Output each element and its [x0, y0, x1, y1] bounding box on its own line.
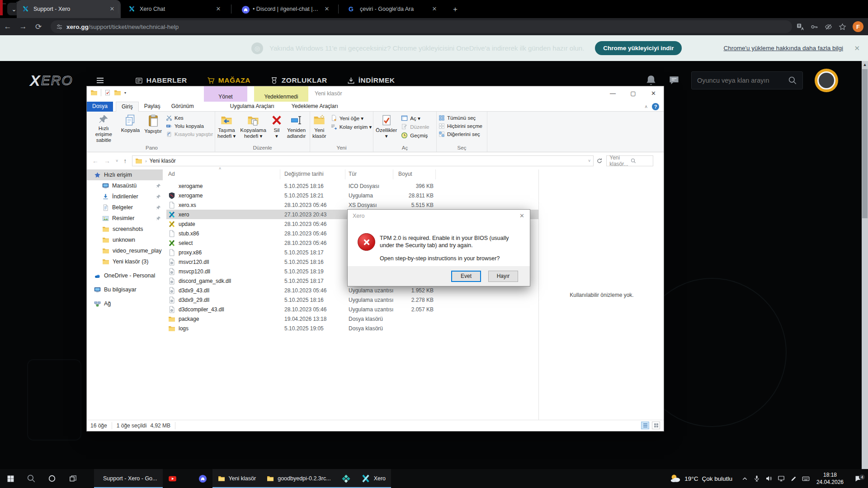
ribbon-button-kopyalama[interactable]: Kopyalamahedefi ▾ — [238, 113, 269, 140]
ribbon-button-yeni[interactable]: Yeniklasör — [310, 113, 329, 140]
notifications-bell-icon[interactable] — [645, 75, 657, 86]
ribbon-button-kopyala[interactable]: Kopyala — [119, 113, 142, 134]
explorer-titlebar[interactable]: ▾ Yönet Yedeklenmedi Yeni klasör — ▢ ✕ — [87, 86, 664, 102]
column-separator[interactable] — [345, 169, 345, 179]
collapse-ribbon-icon[interactable]: ˄ — [645, 104, 647, 109]
ribbon-tab-paylaş[interactable]: Paylaş — [139, 102, 166, 112]
ribbon-tab-dosya[interactable]: Dosya — [87, 102, 113, 112]
taskbar-app-xero-app[interactable]: Xero — [356, 469, 391, 488]
file-row[interactable]: xerogame5.10.2025 18:21Uygulama28.811 KB — [166, 191, 538, 200]
taskbar-app-firefox[interactable] — [83, 469, 94, 488]
banner-learn-more-link[interactable]: Chrome'u yükleme hakkında daha fazla bil… — [724, 45, 843, 52]
site-search-box[interactable] — [691, 71, 803, 89]
user-avatar[interactable] — [815, 69, 838, 92]
ribbon-button-tümünü-seç[interactable]: Tümünü seç — [439, 115, 482, 121]
ribbon-button-kolay-erişim-[interactable]: Kolay erişim ▾ — [330, 123, 372, 130]
recent-locations-icon[interactable]: ˅ — [116, 159, 118, 163]
ribbon-button-aç-[interactable]: Aç ▾ — [401, 115, 429, 122]
page-scrollbar[interactable]: ▲ — [862, 61, 868, 469]
ribbon-button-yolu-kopyala[interactable]: Yolu kopyala — [166, 123, 213, 129]
yes-button[interactable]: Evet — [451, 271, 481, 282]
browser-tab[interactable]: Gçeviri - Google'da Ara✕ — [343, 0, 443, 18]
taskbar-weather[interactable]: 19°C Çok bulutlu — [664, 473, 739, 484]
nav-back-icon[interactable]: ← — [92, 157, 99, 164]
taskbar-clock[interactable]: 18:18 24.04.2026 — [812, 471, 848, 486]
file-row[interactable]: d3dx9_43.dll28.10.2023 05:46Uygulama uza… — [166, 286, 538, 295]
explorer-search-box[interactable]: Yeni klasör... — [606, 155, 653, 166]
ribbon-button-yeniden[interactable]: Yenidenadlandır — [285, 113, 308, 140]
file-row[interactable]: xero.xs28.10.2023 05:46XS Dosyası5.515 K… — [166, 200, 538, 210]
site-logo[interactable]: XERO — [30, 72, 73, 89]
breadcrumb-folder[interactable]: Yeni klasör — [150, 158, 176, 164]
tab-close-icon[interactable]: ✕ — [323, 5, 331, 13]
site-nav-zorluklar[interactable]: ZORLUKLAR — [270, 76, 327, 84]
column-header-değiştirme-tarihi[interactable]: Değiştirme tarihi — [284, 171, 324, 177]
nav-up-icon[interactable]: ↑ — [123, 157, 127, 164]
help-icon[interactable]: ? — [652, 103, 659, 110]
back-icon[interactable]: ← — [0, 22, 15, 31]
browser-tab[interactable]: Xero Chat✕ — [123, 0, 227, 18]
minimize-icon[interactable]: — — [603, 86, 623, 100]
taskbar-search-button[interactable] — [21, 469, 42, 488]
scroll-up-icon[interactable]: ▲ — [862, 61, 868, 67]
ribbon-button-özellikler[interactable]: Özellikler▾ — [373, 113, 399, 140]
taskbar-app-youtube[interactable] — [163, 469, 182, 488]
reload-icon[interactable]: ⟳ — [31, 22, 46, 32]
banner-close-icon[interactable]: ✕ — [854, 44, 860, 52]
taskbar-app-edge[interactable] — [182, 469, 193, 488]
address-dropdown-icon[interactable]: ˅ — [588, 159, 590, 163]
column-separator[interactable] — [435, 169, 436, 179]
bookmark-star-icon[interactable] — [839, 23, 846, 31]
column-header-boyut[interactable]: Boyut — [398, 171, 412, 177]
start-button[interactable] — [0, 469, 21, 488]
taskbar-app-game-app[interactable] — [336, 469, 356, 488]
ribbon-button-taşıma[interactable]: Taşımahedefi ▾ — [215, 113, 238, 140]
ribbon-tab-uygulama-araçları[interactable]: Uygulama Araçları — [225, 102, 280, 112]
ribbon-tab-görünüm[interactable]: Görünüm — [166, 102, 199, 112]
ribbon-tab-giriş[interactable]: Giriş — [116, 102, 139, 112]
sidebar-item-resimler[interactable]: Resimler — [87, 213, 163, 224]
file-row[interactable]: logs5.10.2025 19:05Dosya klasörü — [166, 324, 538, 333]
ribbon-button-kes[interactable]: Kes — [166, 115, 213, 121]
new-tab-button[interactable]: + — [449, 4, 461, 15]
translate-icon[interactable] — [797, 23, 804, 31]
taskbar-app-discord[interactable] — [193, 469, 212, 488]
sidebar-item-hızlı-erişim[interactable]: Hızlı erişim — [87, 169, 163, 180]
sidebar-item-masaüstü[interactable]: Masaüstü — [87, 180, 163, 191]
sidebar-item-ağ[interactable]: Ağ — [87, 298, 163, 309]
ribbon-button-kısayolu-yapıştır[interactable]: Kısayolu yapıştır — [166, 131, 213, 137]
browser-tab[interactable]: Support - Xero✕ — [17, 0, 121, 18]
sidebar-item-i-ndirilenler[interactable]: İndirilenler — [87, 191, 163, 202]
search-icon[interactable] — [788, 76, 797, 85]
qat-dropdown-icon[interactable]: ▾ — [124, 91, 126, 95]
file-row[interactable]: package19.04.2026 13:18Dosya klasörü — [166, 314, 538, 324]
close-icon[interactable]: ✕ — [643, 86, 664, 100]
forward-icon[interactable]: → — [15, 22, 31, 31]
ribbon-button-diğerlerini-seç[interactable]: Diğerlerini seç — [439, 131, 482, 137]
ribbon-button-hızlı-erişime[interactable]: Hızlı erişimesabitle — [89, 113, 119, 145]
tab-close-icon[interactable]: ✕ — [430, 5, 439, 13]
ribbon-button-düzenle[interactable]: Düzenle — [401, 123, 429, 130]
ribbon-button-yeni-öğe-[interactable]: Yeni öğe ▾ — [330, 115, 372, 122]
address-bar[interactable]: xero.gg/support/ticket/new/technical-hel… — [51, 20, 792, 33]
hidden-icons[interactable] — [739, 475, 751, 482]
taskbar-app-explorer-yeni-klasor[interactable]: Yeni klasör — [212, 469, 262, 488]
ribbon-button-geçmiş[interactable]: Geçmiş — [401, 132, 429, 139]
pen-tray[interactable] — [788, 475, 800, 482]
refresh-icon[interactable] — [596, 158, 603, 164]
details-view-icon[interactable] — [641, 422, 649, 429]
file-row[interactable]: d3dx9_29.dll5.10.2025 18:16Uygulama uzan… — [166, 295, 538, 305]
sidebar-item-bu-bilgisayar[interactable]: Bu bilgisayar — [87, 284, 163, 295]
password-key-icon[interactable] — [811, 23, 818, 31]
qat-properties-icon[interactable] — [104, 89, 111, 96]
nav-forward-icon[interactable]: → — [104, 157, 110, 164]
site-search-input[interactable] — [697, 77, 788, 84]
column-header-ad[interactable]: Ad — [168, 171, 175, 177]
eye-off-icon[interactable] — [825, 23, 832, 31]
ribbon-tab-yedekleme-araçları[interactable]: Yedekleme Araçları — [286, 102, 344, 112]
file-row[interactable]: xerogame5.10.2025 18:16ICO Dosyası396 KB — [166, 181, 538, 191]
taskbar-app-explorer-goodbyedpi[interactable]: goodbyedpi-0.2.3rc... — [261, 469, 336, 488]
browser-tab[interactable]: • Discord | #genel-chat | Rev✕ — [236, 0, 335, 18]
breadcrumb[interactable]: › Yeni klasör ˅ — [132, 155, 594, 166]
tab-close-icon[interactable]: ✕ — [108, 5, 116, 13]
